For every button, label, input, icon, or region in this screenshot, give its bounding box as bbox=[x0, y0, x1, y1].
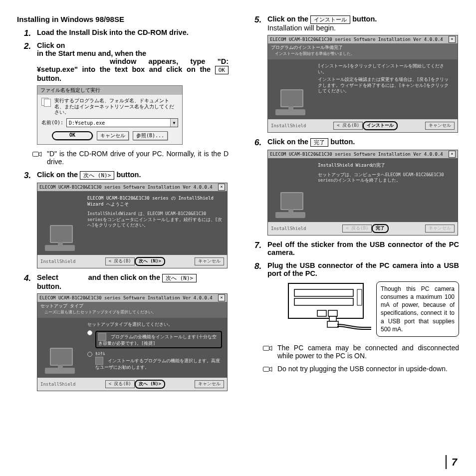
next-button[interactable]: 次へ (N)> bbox=[135, 380, 165, 389]
run-icon bbox=[41, 98, 51, 107]
step-7: 7. Peel off the sticker from the USB con… bbox=[247, 240, 459, 256]
run-field[interactable]: D:¥setup.exe ▼ bbox=[66, 118, 178, 127]
back-button[interactable]: < 戻る(B) bbox=[105, 380, 135, 388]
radio-unselected[interactable] bbox=[87, 352, 92, 357]
installer-window-step3: ELECOM UCAM-B1C20&E1C30 series Software … bbox=[37, 183, 228, 268]
page-number: 7 bbox=[446, 455, 457, 469]
step-number: 2. bbox=[24, 41, 31, 51]
installer-title: ELECOM UCAM-B1C20&E1C30 series Software … bbox=[270, 152, 443, 157]
run-ok-button[interactable]: OK bbox=[52, 131, 93, 140]
usb-callout: Though this PC camera consumes a maximum… bbox=[376, 281, 459, 337]
monitor-icon bbox=[45, 224, 75, 252]
step-3: 3. Click on the 次へ (N)> button. ELECOM U… bbox=[17, 171, 229, 268]
note-icon bbox=[262, 345, 273, 352]
step-5: 5. Click on the インストール button. Installat… bbox=[247, 15, 459, 133]
step-6: 6. Click on the 完了 button. ELECOM UCAM-B… bbox=[247, 138, 459, 236]
note-orientation: Do not try plugging the USB connector in… bbox=[247, 365, 459, 373]
installshield-brand: InstallShield bbox=[40, 259, 75, 264]
note-icon bbox=[32, 151, 43, 158]
svg-rect-8 bbox=[327, 321, 338, 327]
run-dialog-title: ファイル名を指定して実行 bbox=[37, 86, 182, 95]
svg-rect-10 bbox=[263, 367, 269, 372]
cancel-button-disabled: キャンセル bbox=[425, 225, 455, 233]
option-icon bbox=[95, 357, 103, 365]
installshield-brand: InstallShield bbox=[40, 382, 75, 387]
next-button-inline-2[interactable]: 次へ (N)> bbox=[162, 274, 197, 282]
step-number: 6. bbox=[254, 138, 261, 148]
step-number: 7. bbox=[254, 240, 261, 250]
next-button[interactable]: 次へ (N)> bbox=[135, 257, 165, 266]
installer-title: ELECOM UCAM-B1C20&E1C30 series Software … bbox=[270, 37, 443, 42]
step-4: 4. Select and then click on the 次へ (N)> … bbox=[17, 273, 229, 391]
radio-option-recommended[interactable]: プログラムの全機能をインストールします(十分な空き容量が必要です)。[推奨] bbox=[95, 331, 222, 348]
run-cancel-button[interactable]: キャンセル bbox=[97, 131, 129, 140]
usb-port-diagram bbox=[287, 281, 372, 334]
installer-title: ELECOM UCAM-B1C20&E1C30 series Software … bbox=[39, 185, 213, 190]
svg-rect-9 bbox=[263, 346, 269, 351]
svg-rect-3 bbox=[294, 298, 353, 305]
monitor-icon bbox=[275, 88, 305, 116]
install-button[interactable]: インストール bbox=[363, 121, 398, 130]
section-title: Installing in Windows 98/98SE bbox=[17, 15, 229, 23]
radio-selected[interactable] bbox=[87, 330, 92, 335]
installer-title: ELECOM UCAM-B1C20&E1C30 series Software … bbox=[39, 295, 213, 300]
step-2: 2. Click on in the Start menu and, when … bbox=[17, 41, 229, 145]
monitor-icon bbox=[45, 347, 75, 375]
svg-rect-7 bbox=[329, 316, 336, 321]
svg-rect-2 bbox=[294, 289, 353, 296]
back-button[interactable]: < 戻る(B) bbox=[333, 122, 363, 130]
installer-window-step4: ELECOM UCAM-B1C20&E1C30 series Software … bbox=[37, 293, 228, 391]
close-icon[interactable]: × bbox=[218, 184, 225, 191]
step-number: 3. bbox=[24, 171, 31, 181]
close-icon[interactable]: × bbox=[449, 151, 456, 158]
ok-button-inline[interactable]: OK bbox=[215, 66, 229, 74]
installshield-brand: InstallShield bbox=[271, 226, 306, 231]
svg-rect-4 bbox=[357, 289, 362, 305]
step-number: 8. bbox=[254, 261, 261, 271]
cancel-button[interactable]: キャンセル bbox=[195, 380, 224, 388]
install-button-inline[interactable]: インストール bbox=[310, 15, 350, 24]
step-number: 4. bbox=[24, 273, 31, 283]
svg-rect-6 bbox=[328, 310, 337, 316]
note-hotplug: The PC camera may be connected and disco… bbox=[247, 344, 459, 360]
back-button[interactable]: < 戻る(B) bbox=[105, 257, 135, 265]
svg-rect-1 bbox=[288, 283, 363, 318]
finish-button-inline[interactable]: 完了 bbox=[310, 138, 328, 147]
close-icon[interactable]: × bbox=[218, 294, 225, 301]
cancel-button[interactable]: キャンセル bbox=[195, 257, 224, 265]
monitor-icon bbox=[275, 191, 305, 219]
step-number: 1. bbox=[24, 28, 31, 38]
back-button-disabled: < 戻る(B) bbox=[342, 225, 372, 233]
finish-button[interactable]: 完了 bbox=[372, 224, 389, 233]
installer-window-step6: ELECOM UCAM-B1C20&E1C30 series Software … bbox=[267, 150, 458, 236]
step-number: 5. bbox=[254, 15, 261, 25]
dropdown-icon[interactable]: ▼ bbox=[170, 119, 178, 127]
step-8: 8. Plug the USB connector of the PC came… bbox=[247, 261, 459, 337]
run-dialog: ファイル名を指定して実行 実行するプログラム名、フォルダ名、ドキュメント名、また… bbox=[37, 85, 183, 145]
run-dialog-desc: 実行するプログラム名、フォルダ名、ドキュメント名、またはインターネットリソース名… bbox=[54, 98, 178, 116]
svg-rect-0 bbox=[32, 152, 38, 157]
svg-rect-5 bbox=[317, 310, 326, 316]
note-d-drive: "D" is the CD-ROM drive of your PC. Norm… bbox=[17, 150, 229, 166]
run-label: 名前(O): bbox=[41, 119, 63, 126]
installshield-brand: InstallShield bbox=[271, 123, 306, 128]
installer-window-step5: ELECOM UCAM-B1C20&E1C30 series Software … bbox=[267, 35, 458, 133]
step-1: 1. Load the Install Disk into the CD-ROM… bbox=[17, 28, 229, 36]
close-icon[interactable]: × bbox=[449, 36, 456, 43]
cancel-button[interactable]: キャンセル bbox=[425, 122, 455, 130]
radio-option-custom[interactable]: ｶｽﾀﾑ インストールするプログラムの機能を選択します。高度なユーザにお勧めしま… bbox=[95, 351, 222, 371]
next-button-inline[interactable]: 次へ (N)> bbox=[80, 171, 114, 180]
run-browse-button[interactable]: 参照(B)... bbox=[133, 131, 168, 140]
option-icon bbox=[98, 333, 106, 341]
note-icon bbox=[262, 366, 273, 373]
